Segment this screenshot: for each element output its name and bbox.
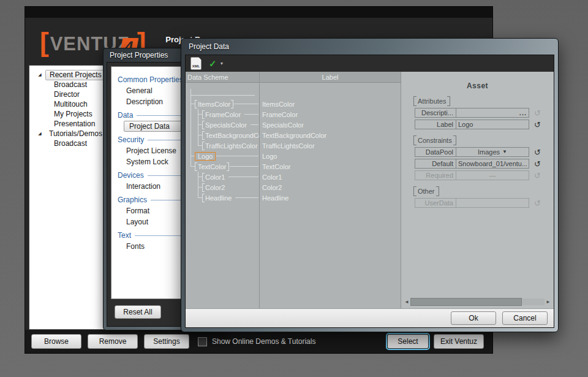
nav-section-label: Devices [118,171,144,180]
column-header-label: Label [322,74,339,81]
tree-root-line [190,89,255,96]
dialog-footer: Ok Cancel [186,308,554,327]
nav-item-label: Format [126,207,149,215]
tree-node-color1[interactable]: Color1 [186,172,259,182]
tree-node-label: Color1 [202,173,228,181]
browse-button[interactable]: Browse [31,334,81,349]
label-cell[interactable]: Logo [260,151,401,161]
label-cell[interactable]: ItemsColor [260,99,401,109]
remove-button[interactable]: Remove [88,334,138,349]
tree-node-textcolor[interactable]: TextColor [186,161,259,172]
tree-node-logo-selected[interactable]: Logo [186,151,259,161]
tree-node-textbackgroundcolor[interactable]: TextBackgroundColor [186,130,259,140]
default-value: Snowboard_01/ventu... [458,160,527,167]
tree-group-label: Recent Projects [46,70,105,79]
validate-check-icon[interactable]: ✓ [209,58,217,69]
xml-file-icon[interactable]: XML [190,57,202,70]
reset-all-button[interactable]: Reset All [115,305,161,319]
tree-node-trafficlightscolor[interactable]: TrafficLightsColor [186,140,259,151]
nav-item-label: Description [126,97,163,106]
nav-item-label: Interaction [126,182,160,191]
tree-node-framecolor[interactable]: FrameColor [186,109,259,120]
label-cell[interactable]: TrafficLightsColor [260,140,401,151]
label-row: Label Logo ↺ [415,120,554,129]
project-data-dialog: Project Data XML ✓ ▼ Data Scheme [181,38,559,332]
label-cell[interactable]: Color2 [260,182,401,192]
tree-node-label: TextColor [195,162,229,171]
required-field: — [456,170,529,180]
tree-node-headline[interactable]: Headline [186,192,259,203]
tree-node-label: Color2 [202,183,228,192]
scrollbar-track[interactable] [410,299,545,305]
dialog-title: Project Data [189,42,229,51]
undo-icon[interactable]: ↺ [534,148,541,156]
nav-item-label: Project Data [129,122,170,131]
label-field[interactable]: Logo [456,120,529,129]
undo-icon[interactable]: ↺ [534,121,541,129]
checkbox-label: Show Online Demos & Tutorials [212,337,315,346]
tree-item-label: Broadcast [54,139,87,148]
show-online-demos-checkbox[interactable] [198,337,207,346]
label-cell[interactable]: TextColor [260,161,401,172]
dialog-title: Project Properties [110,51,168,59]
undo-icon: ↺ [534,172,541,180]
window-top-strip [25,7,492,18]
datapool-dropdown[interactable]: Images▼ [456,147,529,157]
browse-ellipsis-button[interactable]: ... [519,109,527,116]
data-toolbar: XML ✓ ▼ [186,55,554,72]
page-fold [198,57,202,60]
label-text: SpecialsColor [262,121,304,129]
tree-item-label: Presentation [54,120,95,128]
tree-node-itemscolor[interactable]: ItemsColor [186,99,259,109]
description-field[interactable]: ... [456,108,529,118]
tree-node-specialscolor[interactable]: SpecialsColor [186,120,259,130]
default-field[interactable]: Snowboard_01/ventu... [456,159,529,169]
undo-icon[interactable]: ↺ [534,160,541,168]
required-row: Required — ↺ [415,170,554,180]
tree-node-label: ItemsColor [195,100,233,109]
tree-node-label: TextBackgroundColor [202,131,259,140]
dropdown-arrow-icon: ▼ [502,148,507,156]
scroll-right-arrow[interactable]: ► [545,299,552,305]
label-value: Logo [458,121,527,128]
label-rows: ItemsColor FrameColor SpecialsColor Text… [260,83,401,308]
column-header-label-col: Label [260,72,401,83]
userdata-field [456,198,529,208]
nav-section-label: Security [118,135,144,144]
scroll-left-arrow[interactable]: ◄ [403,299,410,305]
nav-item-label: General [126,86,153,95]
datapool-label: DataPool [415,147,456,157]
tree-node-label: Headline [202,194,235,202]
label-cell[interactable]: Headline [260,192,401,203]
settings-button[interactable]: Settings [144,334,189,349]
nav-item-project-data-selected[interactable]: Project Data [124,121,187,132]
ok-button[interactable]: Ok [451,311,496,325]
chevron-down-icon[interactable]: ▼ [220,61,224,66]
tree-node-label: FrameColor [202,110,244,119]
nav-item-label: Project License [126,147,176,155]
label-cell[interactable]: FrameColor [260,109,401,120]
undo-icon: ↺ [534,109,541,117]
tree-node-label: SpecialsColor [202,121,250,129]
column-header-data-scheme: Data Scheme [186,72,259,83]
label-cell[interactable]: SpecialsColor [260,120,401,130]
horizontal-scrollbar[interactable]: ◄ ► [403,298,552,306]
expand-arrow-icon[interactable]: ◢ [37,131,43,136]
undo-icon: ↺ [534,199,541,207]
tree-item-label: Multitouch [54,100,88,109]
cancel-button[interactable]: Cancel [502,311,548,325]
asset-panel-title: Asset [401,82,554,90]
tree-node-color2[interactable]: Color2 [186,182,259,192]
column-data-scheme: Data Scheme [186,72,260,308]
tree-item-label: Director [54,90,80,99]
exit-ventuz-button[interactable]: Exit Ventuz [434,334,484,349]
column-label: Label ItemsColor FrameColor SpecialsColo… [260,72,401,308]
label-text: Color1 [262,173,282,181]
select-button[interactable]: Select [387,334,429,349]
expand-arrow-icon[interactable]: ◢ [37,72,43,77]
label-text: ItemsColor [262,101,295,108]
dialog-titlebar[interactable]: Project Data [181,39,558,55]
scrollbar-thumb[interactable] [410,298,522,306]
label-cell[interactable]: Color1 [260,172,401,182]
label-cell[interactable]: TextBackgroundColor [260,130,401,140]
